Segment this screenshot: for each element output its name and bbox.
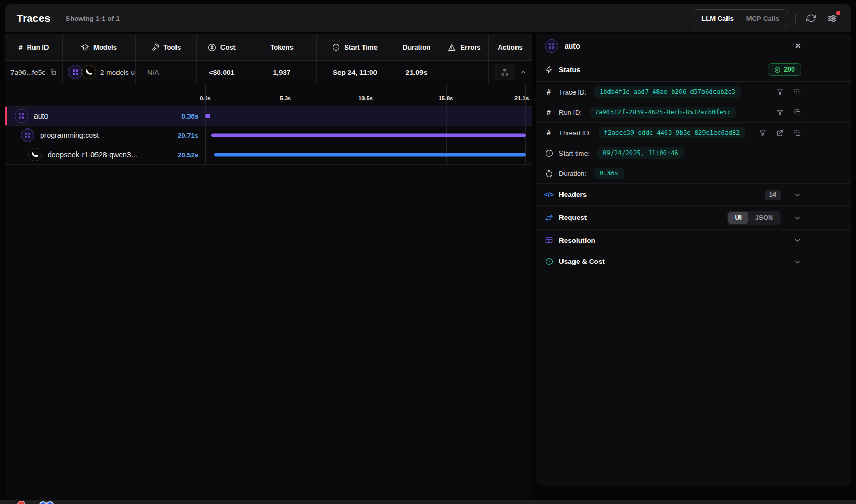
row-actions	[776, 88, 801, 96]
agent-avatar	[545, 39, 558, 53]
section-label: Headers	[559, 191, 587, 198]
clock-icon	[545, 257, 553, 265]
span-duration: 20.71s	[160, 132, 198, 139]
clock-icon	[545, 149, 553, 157]
col-errors[interactable]: Errors	[440, 34, 489, 60]
col-label: Actions	[498, 43, 523, 51]
field-label: Start time:	[559, 149, 590, 157]
filter-funnel-icon[interactable]	[759, 129, 767, 137]
usage-cost-section[interactable]: Usage & Cost	[536, 251, 851, 272]
cell-start-time: Sep 24, 11:00	[317, 61, 393, 84]
tab-llm-calls[interactable]: LLM Calls	[696, 11, 738, 26]
col-label: Start Time	[344, 43, 377, 51]
filter-funnel-icon[interactable]	[776, 88, 784, 96]
hash-icon: #	[545, 108, 553, 116]
col-label: Run ID	[27, 43, 49, 51]
col-run-id[interactable]: # Run ID	[5, 34, 63, 60]
toggle-ui[interactable]: UI	[728, 212, 748, 224]
deepseek-avatar	[28, 148, 42, 161]
col-cost[interactable]: Cost	[197, 34, 247, 60]
request-section[interactable]: Request UI JSON	[536, 206, 851, 230]
models-summary: 2 models used	[100, 68, 136, 76]
agent-avatar	[15, 109, 28, 123]
agent-avatar	[21, 128, 34, 142]
chevron-up-icon[interactable]	[520, 68, 527, 76]
col-label: Duration	[403, 43, 430, 51]
cell-models: 2 models used	[63, 61, 136, 84]
top-bar: Traces Showing 1-1 of 1 LLM Calls MCP Ca…	[5, 4, 851, 32]
start-time-value: 09/24/2025, 11:00:46	[597, 147, 684, 159]
timeline-bar[interactable]	[211, 134, 526, 137]
span-duration: 20.52s	[160, 151, 198, 159]
timeline-row-programming-cost[interactable]: programming:cost 20.71s	[5, 126, 532, 145]
timeline-row-auto[interactable]: auto 0.36s	[5, 107, 532, 126]
thread-id-value[interactable]: f2aecc39-eddc-4463-9b3e-829e1ec6ad82	[599, 127, 745, 138]
span-label: deepseek-r1-0528-qwen3…	[48, 150, 138, 159]
col-start-time[interactable]: Start Time	[317, 34, 393, 60]
timeline-row-deepseek[interactable]: deepseek-r1-0528-qwen3… 20.52s	[5, 145, 532, 165]
notification-dot	[836, 11, 840, 15]
trace-timeline: 0.0s 5.3s 10.5s 15.8s 21.1s auto 0.36s p…	[5, 84, 532, 165]
resolution-section[interactable]: Resolution	[536, 230, 851, 251]
chevron-down-icon[interactable]	[794, 191, 801, 198]
copy-icon[interactable]	[793, 88, 801, 96]
col-tools[interactable]: Tools	[136, 34, 197, 60]
col-duration[interactable]: Duration	[393, 34, 440, 60]
clock-icon	[332, 43, 340, 51]
cell-errors	[440, 61, 489, 84]
trace-id-value[interactable]: 1bdb4f1e-aad7-48ae-b206-d57b6deab2c3	[594, 86, 741, 98]
dock-red-icon	[17, 501, 25, 504]
hash-icon: #	[545, 128, 553, 137]
trace-id-row: # Trace ID: 1bdb4f1e-aad7-48ae-b206-d57b…	[536, 82, 851, 102]
span-duration: 0.36s	[160, 112, 198, 120]
col-actions: Actions	[489, 34, 532, 60]
filter-funnel-icon[interactable]	[776, 109, 784, 116]
calls-toggle: LLM Calls MCP Calls	[693, 9, 788, 27]
toggle-json[interactable]: JSON	[748, 212, 780, 224]
dock-goggles-icon	[39, 501, 56, 504]
col-label: Tools	[163, 43, 181, 51]
dollar-circle-icon	[208, 43, 216, 52]
sliders-icon	[827, 14, 837, 24]
chevron-down-icon[interactable]	[794, 237, 801, 244]
tab-mcp-calls[interactable]: MCP Calls	[741, 11, 784, 26]
request-view-toggle: UI JSON	[727, 211, 781, 225]
status-row: Status 200	[536, 57, 851, 82]
timeline-bar[interactable]	[214, 153, 526, 157]
field-label: Thread ID:	[559, 129, 591, 137]
duration-row: Duration: 0.36s	[536, 163, 851, 184]
trace-tree-button[interactable]	[494, 64, 515, 80]
chevron-down-icon[interactable]	[794, 258, 801, 265]
copy-icon[interactable]	[793, 129, 801, 137]
thread-id-row: # Thread ID: f2aecc39-eddc-4463-9b3e-829…	[536, 123, 851, 143]
bar-track	[205, 126, 526, 145]
col-label: Cost	[220, 43, 236, 51]
refresh-button[interactable]	[803, 10, 819, 26]
start-time-value: Sep 24, 11:00	[333, 68, 377, 76]
swap-arrows-icon	[545, 214, 553, 222]
filters-button[interactable]	[824, 10, 840, 27]
warning-triangle-icon	[448, 43, 456, 52]
copy-icon[interactable]	[793, 109, 801, 116]
row-actions	[776, 109, 801, 116]
field-label: Duration:	[559, 170, 587, 178]
col-models[interactable]: Models	[63, 34, 136, 60]
span-label: programming:cost	[40, 131, 99, 139]
timeline-bar[interactable]	[205, 114, 210, 118]
hash-icon: #	[19, 43, 23, 52]
chevron-down-icon[interactable]	[794, 214, 801, 221]
divider	[795, 14, 796, 23]
external-link-icon[interactable]	[776, 129, 784, 137]
duration-value: 0.36s	[594, 168, 624, 179]
close-icon[interactable]: ✕	[794, 41, 801, 51]
col-tokens[interactable]: Tokens	[247, 34, 317, 60]
table-grid-icon	[545, 236, 553, 244]
copy-icon[interactable]	[50, 68, 57, 76]
start-time-row: Start time: 09/24/2025, 11:00:46	[536, 143, 851, 163]
status-code: 200	[784, 66, 795, 73]
table-row[interactable]: 7a90...fe5c 2 models used N/A <$0.001 1,…	[5, 60, 532, 84]
section-label: Request	[559, 214, 587, 221]
cell-tools: N/A	[136, 61, 197, 84]
headers-section[interactable]: </> Headers 14	[536, 184, 851, 206]
run-id-value[interactable]: 7a90512f-2839-4625-8ecb-8512acb0fe5c	[590, 107, 736, 118]
